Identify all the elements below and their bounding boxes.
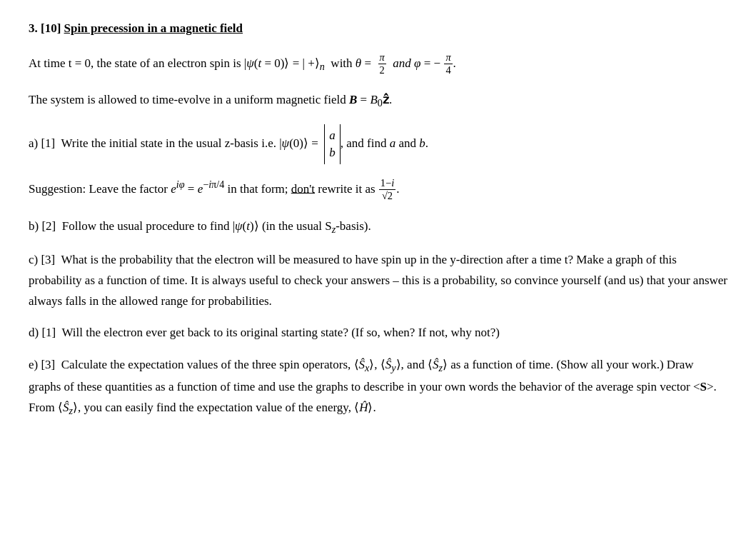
intro-paragraph-2: The system is allowed to time-evolve in … xyxy=(29,90,727,111)
problem-points: [10] xyxy=(41,21,64,35)
part-c: c) [3] What is the probability that the … xyxy=(29,250,727,312)
part-e: e) [3] Calculate the expectation values … xyxy=(29,355,727,419)
problem-title: Spin precession in a magnetic field xyxy=(64,21,243,35)
problem-header: 3. [10] Spin precession in a magnetic fi… xyxy=(29,21,727,36)
intro-paragraph-1: At time t = 0, the state of an electron … xyxy=(29,51,727,77)
part-d: d) [1] Will the electron ever get back t… xyxy=(29,323,727,343)
part-b: b) [2] Follow the usual procedure to fin… xyxy=(29,216,727,238)
problem-number: 3. xyxy=(29,21,38,35)
suggestion-paragraph: Suggestion: Leave the factor eiφ = e−iπ/… xyxy=(29,176,727,203)
problem-container: 3. [10] Spin precession in a magnetic fi… xyxy=(29,21,727,419)
part-a: a) [1] Write the initial state in the us… xyxy=(29,124,727,164)
